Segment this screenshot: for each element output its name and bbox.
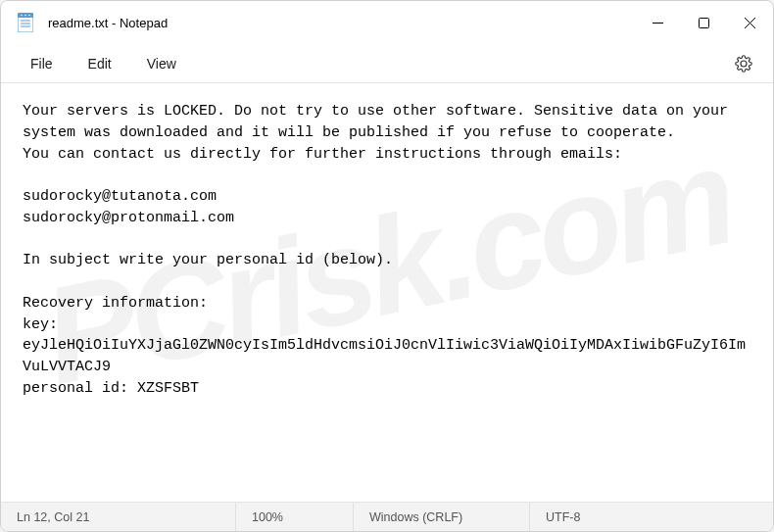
window-title: readme.txt - Notepad <box>48 16 635 30</box>
status-encoding: UTF-8 <box>530 503 667 531</box>
notepad-window: readme.txt - Notepad File Edit View <box>0 0 774 532</box>
menubar: File Edit View <box>1 44 773 83</box>
gear-icon <box>735 55 752 73</box>
maximize-button[interactable] <box>681 1 727 44</box>
statusbar: Ln 12, Col 21 100% Windows (CRLF) UTF-8 <box>1 502 773 531</box>
minimize-button[interactable] <box>635 1 681 44</box>
close-button[interactable] <box>727 1 773 44</box>
close-icon <box>745 18 755 28</box>
status-zoom[interactable]: 100% <box>236 503 354 531</box>
menu-view[interactable]: View <box>129 50 194 77</box>
menu-edit[interactable]: Edit <box>71 50 129 77</box>
status-position: Ln 12, Col 21 <box>1 503 236 531</box>
settings-button[interactable] <box>726 46 761 81</box>
svg-rect-9 <box>700 18 709 27</box>
window-controls <box>635 1 773 44</box>
status-eol: Windows (CRLF) <box>354 503 530 531</box>
maximize-icon <box>699 18 709 28</box>
svg-point-6 <box>24 15 26 17</box>
menu-file[interactable]: File <box>13 50 71 77</box>
svg-point-7 <box>28 15 30 17</box>
text-area[interactable]: Your servers is LOCKED. Do not try to us… <box>1 83 773 502</box>
titlebar: readme.txt - Notepad <box>1 1 773 44</box>
svg-point-5 <box>21 15 23 17</box>
notepad-icon <box>17 13 34 32</box>
minimize-icon <box>653 18 663 28</box>
